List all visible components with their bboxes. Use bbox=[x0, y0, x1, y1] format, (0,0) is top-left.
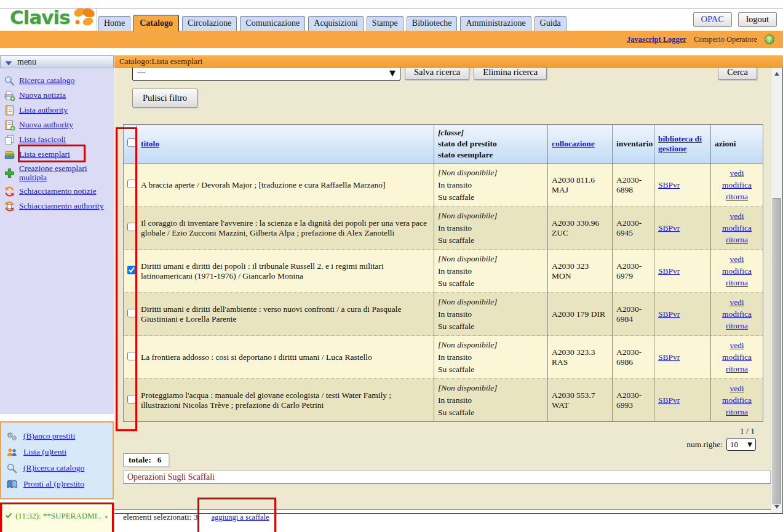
scroll-up-arrow[interactable] bbox=[771, 69, 782, 79]
quick-link-banco-prestiti[interactable]: (B)anco prestiti bbox=[5, 428, 110, 444]
modifica-link[interactable]: modifica bbox=[722, 266, 752, 276]
cerca-button[interactable]: Cerca bbox=[718, 68, 757, 80]
stato-prestito: In transito bbox=[438, 265, 544, 277]
ritorna-link[interactable]: ritorna bbox=[726, 407, 748, 416]
biblioteca-link[interactable]: SBPvr bbox=[658, 180, 680, 189]
cell-collocazione: A2030 553.7 WAT bbox=[548, 379, 613, 422]
green-diamond-icon[interactable] bbox=[105, 513, 108, 520]
sidebar-item-lista-fascicoli[interactable]: Lista fascicoli bbox=[2, 132, 113, 147]
ritorna-link[interactable]: ritorna bbox=[726, 235, 748, 244]
cell-inventario: A2030-6984 bbox=[613, 293, 654, 336]
sidebar-item-creazione-esemplari[interactable]: Creazione esemplari multipla bbox=[2, 162, 113, 184]
sidebar-item-label[interactable]: Ricerca catalogo bbox=[19, 76, 74, 85]
biblioteca-link[interactable]: SBPvr bbox=[658, 309, 680, 319]
quick-link-label[interactable]: Pronti al (p)restito bbox=[23, 479, 84, 489]
sort-titolo-link[interactable]: titolo bbox=[141, 139, 159, 148]
scrollbar-thumb[interactable] bbox=[773, 198, 781, 504]
vedi-link[interactable]: vedi bbox=[729, 255, 744, 264]
sidebar-item-lista-authority[interactable]: Lista authority bbox=[2, 103, 113, 117]
menu-header[interactable]: menu bbox=[0, 55, 114, 68]
sidebar-item-label[interactable]: Nuova authority bbox=[19, 120, 73, 130]
modifica-link[interactable]: modifica bbox=[722, 180, 752, 189]
selected-count-label: elementi selezionati: 3 bbox=[123, 512, 197, 522]
pulisci-filtro-button[interactable]: Pulisci filtro bbox=[132, 89, 197, 108]
tab-biblioteche[interactable]: Biblioteche bbox=[407, 16, 458, 31]
select-all-checkbox[interactable] bbox=[127, 138, 136, 147]
row-checkbox[interactable] bbox=[127, 223, 136, 231]
num-righe-select[interactable]: 10 ▼ bbox=[726, 438, 756, 451]
stato-esemplare: Su scaffale bbox=[438, 363, 544, 376]
biblioteca-link[interactable]: SBPvr bbox=[658, 223, 680, 232]
main-content: Catalogo:Lista esemplari --- ▼ Salva ric… bbox=[114, 55, 783, 514]
row-checkbox[interactable] bbox=[127, 266, 136, 274]
ritorna-link[interactable]: ritorna bbox=[726, 321, 748, 330]
sidebar-item-schiacciamento-notizie[interactable]: Schiacciamento notizie bbox=[2, 184, 113, 199]
tab-catalogo[interactable]: Catalogo bbox=[133, 15, 179, 31]
scroll-down-arrow[interactable] bbox=[771, 502, 782, 512]
saved-search-select[interactable]: --- ▼ bbox=[132, 68, 400, 81]
modifica-link[interactable]: modifica bbox=[722, 352, 752, 362]
breadcrumb-title: Catalogo:Lista esemplari bbox=[114, 55, 783, 68]
tab-amministrazione[interactable]: Amministrazione bbox=[460, 16, 531, 31]
sidebar-item-label[interactable]: Lista fascicoli bbox=[19, 135, 66, 145]
ritorna-link[interactable]: ritorna bbox=[726, 364, 748, 373]
cell-collocazione: A2030 179 DIR bbox=[548, 293, 613, 336]
javascript-logger-link[interactable]: Javascript Logger bbox=[627, 35, 686, 44]
tab-home[interactable]: Home bbox=[98, 16, 130, 31]
row-checkbox[interactable] bbox=[127, 180, 136, 188]
sidebar-item-label[interactable]: Schiacciamento notizie bbox=[19, 186, 97, 196]
quick-link-label[interactable]: (R)icerca catalogo bbox=[23, 463, 84, 473]
users-icon bbox=[6, 447, 18, 458]
tab-stampe[interactable]: Stampe bbox=[367, 16, 403, 31]
opac-button[interactable]: OPAC bbox=[693, 12, 732, 26]
sort-collocazione-link[interactable]: collocazione bbox=[552, 139, 595, 148]
sort-biblioteca-link[interactable]: biblioteca di gestione bbox=[658, 134, 702, 153]
sidebar-item-ricerca-catalogo[interactable]: Ricerca catalogo bbox=[2, 73, 113, 88]
ritorna-link[interactable]: ritorna bbox=[726, 192, 748, 201]
sidebar-item-schiacciamento-authority[interactable]: Schiacciamento authority bbox=[2, 199, 113, 213]
sidebar-item-nuova-authority[interactable]: Nuova authority bbox=[2, 117, 113, 132]
vedi-link[interactable]: vedi bbox=[729, 212, 744, 221]
sidebar-item-lista-esemplari[interactable]: Lista esemplari bbox=[2, 147, 113, 162]
quick-link-ricerca-catalogo[interactable]: (R)icerca catalogo bbox=[5, 460, 110, 476]
vedi-link[interactable]: vedi bbox=[729, 298, 744, 307]
quick-link-label[interactable]: Lista (u)tenti bbox=[23, 447, 66, 457]
aggiungi-a-scaffale-link[interactable]: aggiungi a scaffale bbox=[211, 513, 269, 522]
sidebar-item-nuova-notizia[interactable]: Nuova notizia bbox=[2, 88, 113, 103]
row-checkbox[interactable] bbox=[127, 352, 136, 360]
row-checkbox[interactable] bbox=[127, 309, 136, 317]
vedi-link[interactable]: vedi bbox=[729, 341, 744, 350]
logout-button[interactable]: logout bbox=[738, 12, 777, 26]
biblioteca-link[interactable]: SBPvr bbox=[658, 352, 680, 362]
tab-comunicazione[interactable]: Comunicazione bbox=[240, 16, 305, 31]
modifica-link[interactable]: modifica bbox=[722, 223, 752, 232]
quick-link-pronti-al-prestito[interactable]: Pronti al (p)restito bbox=[5, 476, 110, 492]
tab-acquisizioni[interactable]: Acquisizioni bbox=[308, 16, 364, 31]
sidebar-item-label[interactable]: Schiacciamento authority bbox=[19, 201, 104, 211]
sidebar-item-label[interactable]: Creazione esemplari multipla bbox=[19, 164, 98, 183]
search-icon bbox=[6, 463, 18, 474]
quick-link-lista-utenti[interactable]: Lista (u)tenti bbox=[5, 444, 110, 460]
cell-inventario: A2030-6898 bbox=[613, 164, 654, 207]
sidebar-item-label[interactable]: Nuova notizia bbox=[19, 90, 66, 100]
tab-guida[interactable]: Guida bbox=[535, 16, 566, 31]
ritorna-link[interactable]: ritorna bbox=[726, 278, 748, 287]
elimina-ricerca-button[interactable]: Elimina ricerca bbox=[474, 68, 547, 80]
salva-ricerca-button[interactable]: Salva ricerca bbox=[405, 68, 469, 80]
row-checkbox[interactable] bbox=[127, 395, 136, 403]
biblioteca-link[interactable]: SBPvr bbox=[658, 395, 680, 405]
cell-stato: [Non disponibile] In transito Su scaffal… bbox=[434, 293, 548, 336]
stato-esemplare: Su scaffale bbox=[438, 191, 544, 204]
sidebar-item-label[interactable]: Lista authority bbox=[19, 105, 68, 115]
modifica-link[interactable]: modifica bbox=[722, 309, 752, 319]
vertical-scrollbar[interactable] bbox=[771, 68, 782, 513]
vedi-link[interactable]: vedi bbox=[729, 384, 744, 393]
quick-link-label[interactable]: (B)anco prestiti bbox=[23, 431, 75, 441]
sidebar-item-label[interactable]: Lista esemplari bbox=[19, 149, 70, 159]
modifica-link[interactable]: modifica bbox=[722, 395, 752, 405]
help-icon[interactable]: ? bbox=[765, 34, 774, 44]
biblioteca-link[interactable]: SBPvr bbox=[658, 266, 680, 276]
tab-circolazione[interactable]: Circolazione bbox=[182, 16, 237, 31]
cell-azioni: vedi modifica ritorna bbox=[711, 336, 763, 379]
vedi-link[interactable]: vedi bbox=[729, 169, 744, 178]
